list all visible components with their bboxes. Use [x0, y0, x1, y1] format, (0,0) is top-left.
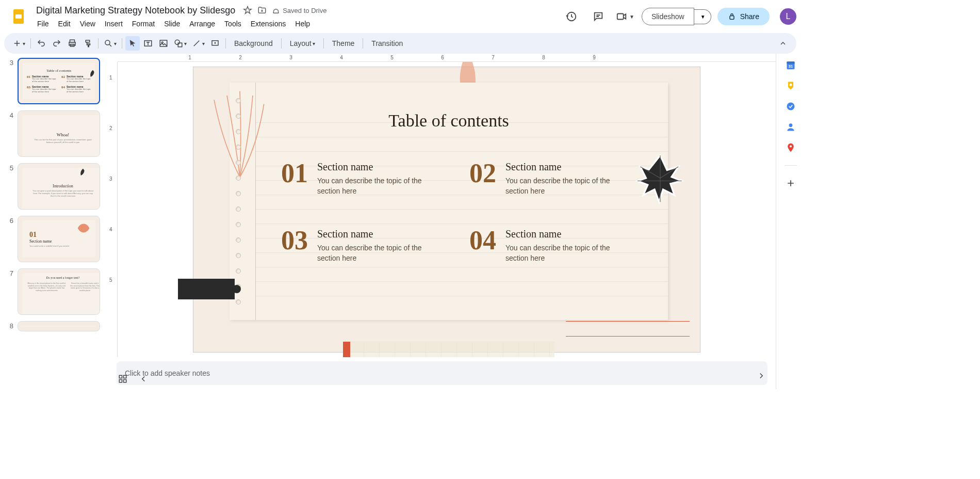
canvas-area: 123456789 12345 T [108, 54, 776, 389]
collapse-toolbar-button[interactable] [776, 36, 790, 51]
side-panel: 31 [776, 54, 805, 389]
theme-button[interactable]: Theme [327, 36, 360, 51]
toc-item-4[interactable]: 04Section nameYou can describe the topic… [469, 227, 637, 263]
workspace: 3 Table of contents 01Section nameYou ca… [0, 54, 805, 389]
menubar: File Edit View Insert Format Slide Arran… [33, 18, 561, 30]
grid-paper-decoration [348, 342, 554, 357]
toolbar-wrap: ▾ ▾ ▾ ▾ Background Layout ▾ Theme Transi… [0, 33, 805, 54]
toc-item-1[interactable]: 01Section nameYou can describe the topic… [281, 160, 449, 196]
keep-icon[interactable] [786, 81, 796, 91]
menu-tools[interactable]: Tools [220, 18, 246, 30]
prev-slide-icon[interactable] [137, 373, 150, 385]
share-button[interactable]: Share [717, 8, 770, 25]
add-addon-icon[interactable] [786, 178, 796, 188]
slide-thumbnail-7[interactable]: 7 Do you need a longer text?Mercury is t… [6, 268, 106, 315]
comments-icon[interactable] [588, 6, 609, 27]
slide-title[interactable]: Table of contents [230, 111, 668, 131]
svg-rect-14 [119, 375, 122, 378]
image-tool[interactable] [156, 36, 171, 51]
meet-button[interactable]: ▼ [615, 6, 635, 27]
slides-logo[interactable] [8, 6, 29, 27]
toc-item-2[interactable]: 02Section nameYou can describe the topic… [469, 160, 637, 196]
menu-view[interactable]: View [76, 18, 100, 30]
dark-leaf-decoration [632, 150, 689, 206]
svg-rect-17 [124, 380, 126, 382]
slide-thumbnail-3[interactable]: 3 Table of contents 01Section nameYou ca… [6, 58, 106, 104]
tasks-icon[interactable] [786, 101, 796, 111]
transition-button[interactable]: Transition [366, 36, 408, 51]
svg-rect-1 [15, 14, 22, 19]
history-icon[interactable] [561, 6, 582, 27]
menu-extensions[interactable]: Extensions [247, 18, 290, 30]
svg-point-22 [787, 103, 794, 110]
save-status[interactable]: Saved to Drive [271, 6, 326, 15]
menu-format[interactable]: Format [128, 18, 159, 30]
slide-thumbnail-4[interactable]: 4 Whoa!This can be the first part of you… [6, 110, 106, 157]
comment-tool[interactable] [208, 36, 222, 51]
line-tool[interactable]: ▾ [190, 36, 207, 51]
tape-decoration [178, 279, 235, 299]
menu-file[interactable]: File [33, 18, 53, 30]
document-title[interactable]: Digital Marketing Strategy Notebook by S… [33, 4, 238, 17]
menu-help[interactable]: Help [291, 18, 314, 30]
svg-point-11 [175, 40, 179, 44]
grid-view-icon[interactable] [117, 373, 129, 385]
slide-canvas[interactable]: Table of contents 01Section nameYou can … [193, 67, 700, 352]
slide-thumbnail-8[interactable]: 8 [6, 321, 106, 331]
slide-viewport[interactable]: Table of contents 01Section nameYou can … [118, 62, 776, 357]
layout-button[interactable]: Layout ▾ [285, 36, 320, 51]
svg-rect-12 [178, 43, 182, 47]
slideshow-button[interactable]: Slideshow [642, 8, 694, 25]
svg-rect-16 [119, 380, 122, 382]
shape-tool[interactable]: ▾ [172, 36, 189, 51]
header-right: ▼ Slideshow ▼ Share L [561, 4, 796, 27]
move-icon[interactable] [257, 5, 267, 15]
speaker-notes[interactable]: Click to add speaker notes [117, 361, 767, 385]
user-avatar[interactable]: L [780, 8, 796, 25]
svg-point-21 [789, 84, 792, 86]
filmstrip[interactable]: 3 Table of contents 01Section nameYou ca… [0, 54, 108, 389]
svg-point-7 [105, 40, 110, 45]
star-icon[interactable] [242, 5, 253, 15]
slide-thumbnail-5[interactable]: 5 IntroductionYou can give a quick descr… [6, 163, 106, 210]
textbox-tool[interactable] [141, 36, 155, 51]
explore-button[interactable] [754, 369, 769, 383]
menu-slide[interactable]: Slide [160, 18, 184, 30]
slideshow-group: Slideshow ▼ [642, 8, 711, 25]
svg-point-24 [789, 145, 791, 147]
zoom-button[interactable]: ▾ [102, 36, 119, 51]
contacts-icon[interactable] [786, 122, 796, 132]
lines-decoration [566, 321, 690, 337]
svg-text:31: 31 [788, 64, 792, 69]
toc-grid: 01Section nameYou can describe the topic… [281, 160, 637, 263]
title-area: Digital Marketing Strategy Notebook by S… [33, 4, 561, 30]
ruler-vertical[interactable]: 12345 [108, 62, 118, 357]
redo-button[interactable] [50, 36, 64, 51]
background-button[interactable]: Background [229, 36, 278, 51]
svg-point-23 [789, 123, 792, 127]
red-tab-decoration [343, 342, 350, 357]
svg-rect-19 [787, 61, 794, 63]
calendar-icon[interactable]: 31 [786, 60, 796, 70]
toc-item-3[interactable]: 03Section nameYou can describe the topic… [281, 227, 449, 263]
menu-arrange[interactable]: Arrange [185, 18, 219, 30]
ruler-horizontal[interactable]: 123456789 [118, 54, 776, 62]
svg-rect-3 [730, 16, 734, 20]
toolbar: ▾ ▾ ▾ ▾ Background Layout ▾ Theme Transi… [4, 33, 796, 54]
new-slide-button[interactable]: ▾ [10, 36, 27, 51]
notebook-paper[interactable]: Table of contents 01Section nameYou can … [230, 83, 668, 320]
menu-insert[interactable]: Insert [101, 18, 127, 30]
svg-rect-15 [124, 375, 126, 378]
svg-rect-2 [617, 14, 624, 20]
undo-button[interactable] [34, 36, 48, 51]
menu-edit[interactable]: Edit [54, 18, 75, 30]
paint-format-button[interactable] [80, 36, 95, 51]
app-header: Digital Marketing Strategy Notebook by S… [0, 0, 805, 33]
maps-icon[interactable] [786, 142, 796, 153]
slideshow-dropdown[interactable]: ▼ [694, 9, 711, 24]
select-tool[interactable] [125, 36, 140, 51]
print-button[interactable] [65, 36, 79, 51]
slide-thumbnail-6[interactable]: 6 01Section nameYou could write a subtit… [6, 216, 106, 262]
